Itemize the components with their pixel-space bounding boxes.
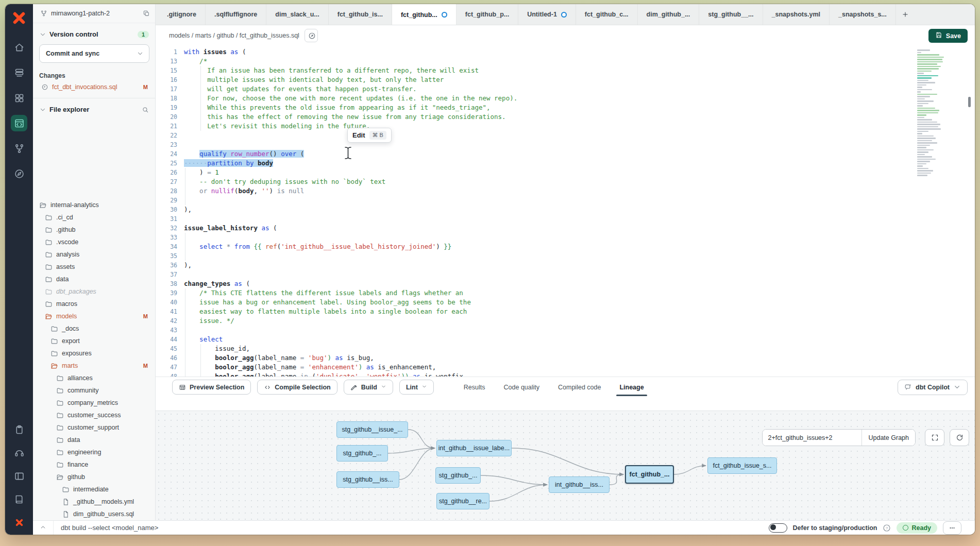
- minimap-line: [917, 84, 926, 86]
- minimap-line: [917, 135, 934, 137]
- tree-item-exposures[interactable]: exposures: [33, 347, 155, 360]
- command-input[interactable]: dbt build --select <model_name>: [61, 524, 158, 532]
- tree-item-customer_success[interactable]: customer_success: [33, 409, 155, 421]
- tab-dim_slack_u...[interactable]: dim_slack_u...: [266, 4, 328, 25]
- tab-dim_github_...[interactable]: dim_github_...: [638, 4, 700, 25]
- tree-item-export[interactable]: export: [33, 335, 155, 347]
- sidebar-item-grid[interactable]: [11, 90, 27, 106]
- lineage-node-stg_github__re...[interactable]: stg_github__re...: [436, 493, 489, 509]
- status-badge[interactable]: Ready: [897, 522, 937, 534]
- lineage-node-stg_github__iss...[interactable]: stg_github__iss...: [336, 471, 399, 488]
- tab-fct_github...[interactable]: fct_github...: [392, 4, 457, 25]
- fullscreen-button[interactable]: [925, 429, 944, 446]
- edit-tooltip[interactable]: Edit ⌘ B: [347, 128, 392, 143]
- sidebar-item-panels[interactable]: [11, 468, 27, 484]
- line-number: 41: [156, 307, 177, 316]
- collapse-panel-button[interactable]: [33, 521, 54, 535]
- refresh-graph-button[interactable]: [950, 429, 969, 446]
- more-options-button[interactable]: [943, 521, 961, 535]
- commit-and-sync-button[interactable]: Commit and sync: [39, 44, 149, 63]
- tree-item-.github[interactable]: .github: [33, 224, 155, 236]
- tab-_snapshots.yml[interactable]: _snapshots.yml: [763, 4, 830, 25]
- lineage-node-int_github__iss...[interactable]: int_github__iss...: [549, 476, 610, 493]
- tab-.sqlfluffignore[interactable]: .sqlfluffignore: [206, 4, 266, 25]
- tree-item-.ci_cd[interactable]: .ci_cd: [33, 211, 155, 224]
- dbt-copilot-button[interactable]: dbt Copilot: [898, 380, 968, 395]
- tab-lineage[interactable]: Lineage: [619, 377, 644, 397]
- sidebar-item-compass[interactable]: [11, 165, 27, 182]
- tree-item-analysis[interactable]: analysis: [33, 248, 155, 261]
- scrollbar-thumb[interactable]: [968, 97, 971, 107]
- tree-item-_docs[interactable]: _docs: [33, 322, 155, 335]
- edit-tooltip-label[interactable]: Edit: [352, 131, 365, 139]
- tree-item-marts[interactable]: martsM: [33, 360, 155, 372]
- sidebar-item-book[interactable]: [11, 491, 27, 507]
- lineage-node-fct_github_issue_s...[interactable]: fct_github_issue_s...: [707, 457, 777, 474]
- search-icon[interactable]: [142, 106, 149, 113]
- defer-toggle[interactable]: [769, 523, 787, 533]
- tree-item-data[interactable]: data: [33, 434, 155, 446]
- tab-.gitignore[interactable]: .gitignore: [158, 4, 206, 25]
- file-explorer-header[interactable]: File explorer: [33, 98, 155, 117]
- tab-results[interactable]: Results: [464, 377, 485, 397]
- tab-label: stg_github__...: [708, 11, 753, 18]
- compile-selection-button[interactable]: Compile Selection: [257, 380, 337, 395]
- tab-fct_github_is...[interactable]: fct_github_is...: [329, 4, 392, 25]
- preview-selection-button[interactable]: Preview Selection: [172, 380, 251, 395]
- tree-item-company_metrics[interactable]: company_metrics: [33, 397, 155, 409]
- chevron-up-icon: [40, 524, 46, 532]
- lineage-node-stg_github_...[interactable]: stg_github_...: [336, 445, 388, 462]
- tab-stg_github__...[interactable]: stg_github__...: [699, 4, 763, 25]
- tree-item-github[interactable]: github: [33, 471, 155, 483]
- editor-minimap[interactable]: [917, 49, 953, 177]
- sidebar-item-clipboard[interactable]: [11, 421, 27, 438]
- tab-fct_github_c...[interactable]: fct_github_c...: [576, 4, 638, 25]
- tab-fct_github_p...[interactable]: fct_github_p...: [457, 4, 518, 25]
- sidebar-item-flame[interactable]: [11, 514, 27, 531]
- lineage-node-stg_github_...[interactable]: stg_github_...: [435, 467, 481, 484]
- dbt-logo-icon[interactable]: [11, 10, 27, 26]
- lint-button[interactable]: Lint: [399, 380, 434, 395]
- lineage-panel[interactable]: stg_github__issue_...stg_github_...stg_g…: [156, 411, 975, 521]
- tree-item-alliances[interactable]: alliances: [33, 372, 155, 384]
- tree-item-dbt_packages[interactable]: dbt_packages: [33, 285, 155, 298]
- tab-compiled-code[interactable]: Compiled code: [558, 377, 601, 397]
- tree-item-engineering[interactable]: engineering: [33, 446, 155, 458]
- code-editor[interactable]: 1with issues as (13 /*15 If an issue has…: [156, 45, 975, 377]
- save-button[interactable]: Save: [928, 29, 968, 43]
- copy-branch-icon[interactable]: [143, 10, 150, 17]
- version-control-header[interactable]: Version control 1: [33, 23, 155, 42]
- new-tab-button[interactable]: [896, 4, 915, 25]
- lineage-node-int_github__issue_labe...[interactable]: int_github__issue_labe...: [436, 440, 512, 456]
- tree-item-data[interactable]: data: [33, 273, 155, 285]
- changed-file-row[interactable]: fct_dbt_invocations.sqlM: [33, 81, 155, 93]
- tree-item-models[interactable]: modelsM: [33, 310, 155, 322]
- sidebar-item-layers[interactable]: [11, 64, 27, 81]
- tree-item-community[interactable]: community: [33, 384, 155, 397]
- tree-item-.vscode[interactable]: .vscode: [33, 236, 155, 248]
- tab-_snapshots_s...[interactable]: _snapshots_s...: [830, 4, 896, 25]
- minimap-line: [917, 110, 939, 111]
- tree-item-macros[interactable]: macros: [33, 298, 155, 310]
- tree-item-assets[interactable]: assets: [33, 261, 155, 273]
- tree-item-internal-analytics[interactable]: internal-analytics: [33, 199, 155, 211]
- tree-item-customer_support[interactable]: customer_support: [33, 421, 155, 434]
- tree-item-finance[interactable]: finance: [33, 458, 155, 471]
- lineage-node-stg_github__issue_...[interactable]: stg_github__issue_...: [336, 421, 408, 438]
- help-icon[interactable]: ?: [883, 524, 891, 532]
- tree-item-_github__models.yml[interactable]: _github__models.yml: [33, 496, 155, 508]
- sidebar-item-git-fork[interactable]: [11, 140, 27, 157]
- sidebar-item-code-editor[interactable]: [11, 115, 27, 131]
- lineage-selector-input[interactable]: [763, 430, 861, 446]
- tab-code-quality[interactable]: Code quality: [504, 377, 540, 397]
- file-actions-button[interactable]: [305, 29, 318, 42]
- tab-Untitled-1[interactable]: Untitled-1: [518, 4, 576, 25]
- update-graph-button[interactable]: Update Graph: [861, 430, 915, 446]
- sidebar-item-headset[interactable]: [11, 445, 27, 461]
- tree-item-dim_github_users.sql[interactable]: dim_github_users.sql: [33, 508, 155, 520]
- sidebar-item-home[interactable]: [11, 39, 27, 56]
- build-button[interactable]: Build: [344, 380, 393, 395]
- lineage-node-fct_github_...[interactable]: fct_github_...: [625, 465, 674, 484]
- tree-item-intermediate[interactable]: intermediate: [33, 483, 155, 496]
- tab-label: dim_slack_u...: [275, 11, 319, 18]
